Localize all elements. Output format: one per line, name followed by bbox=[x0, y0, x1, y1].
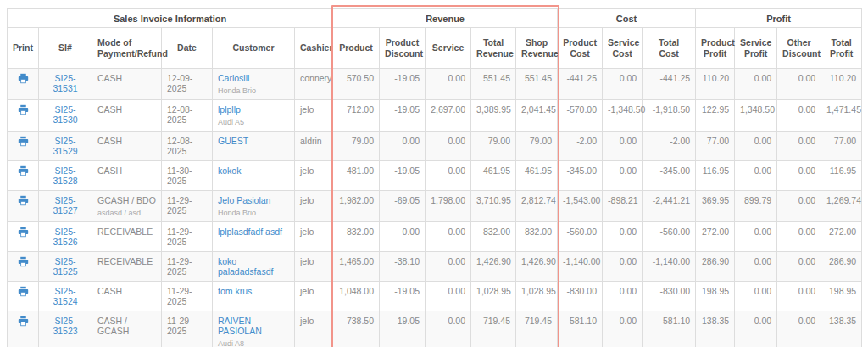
col-header-total-revenue: Total Revenue bbox=[471, 28, 516, 69]
payment-mode-cell: CASH bbox=[92, 161, 162, 191]
print-button[interactable] bbox=[18, 316, 29, 327]
invoice-number-link[interactable]: SI25-31523 bbox=[53, 316, 77, 336]
print-button[interactable] bbox=[18, 286, 29, 297]
other-discount-cell: 0.00 bbox=[777, 69, 821, 100]
payment-mode-cell: CASH bbox=[92, 282, 162, 311]
col-header-service: Service bbox=[426, 28, 471, 69]
report-page: Sales Invoice Information Revenue Cost P… bbox=[0, 0, 868, 347]
product-profit-cell: 116.95 bbox=[696, 161, 735, 191]
total-revenue-cell: 461.95 bbox=[471, 161, 516, 191]
total-cost-cell: -345.00 bbox=[643, 161, 696, 191]
group-header-row: Sales Invoice Information Revenue Cost P… bbox=[8, 9, 862, 28]
print-button[interactable] bbox=[18, 195, 29, 206]
service-cost-cell: 0.00 bbox=[603, 282, 643, 311]
col-header-product-profit: Product Profit bbox=[696, 28, 735, 69]
si-cell: SI25-31524 bbox=[39, 282, 92, 311]
product-cost-cell: -560.00 bbox=[558, 222, 603, 252]
payment-mode-cell: RECEIVABLE bbox=[92, 222, 162, 252]
customer-link[interactable]: GUEST bbox=[218, 136, 248, 146]
invoice-number-link[interactable]: SI25-31526 bbox=[53, 227, 77, 247]
cashier-cell: jelo bbox=[295, 161, 333, 191]
product-discount-cell: -19.05 bbox=[380, 282, 426, 311]
print-button[interactable] bbox=[18, 256, 29, 267]
service-cost-cell: -898.21 bbox=[603, 191, 643, 222]
date-cell: 11-29-2025 bbox=[162, 191, 213, 222]
payment-mode-cell: CASH / GCASH bbox=[92, 311, 162, 347]
customer-link[interactable]: tom krus bbox=[218, 286, 252, 296]
invoice-row: SI25-31530CASH12-08-2025lplpllpAudi A5je… bbox=[8, 100, 862, 132]
other-discount-cell: 0.00 bbox=[777, 132, 821, 161]
invoice-row: SI25-31525RECEIVABLE11-29-2025koko palad… bbox=[8, 252, 862, 282]
customer-vehicle-subtext: Honda Brio bbox=[218, 87, 289, 95]
print-button[interactable] bbox=[18, 136, 29, 147]
print-button[interactable] bbox=[18, 165, 29, 176]
invoice-number-link[interactable]: SI25-31527 bbox=[53, 195, 77, 215]
invoice-number-link[interactable]: SI25-31524 bbox=[53, 286, 77, 306]
customer-link[interactable]: lplplasdfadf asdf bbox=[218, 227, 282, 237]
payment-mode-cell: CASH bbox=[92, 69, 162, 100]
printer-icon bbox=[18, 318, 29, 328]
si-cell: SI25-31525 bbox=[39, 252, 92, 282]
product-profit-cell: 138.35 bbox=[696, 311, 735, 347]
product-profit-cell: 198.95 bbox=[696, 282, 735, 311]
product-cost-cell: -830.00 bbox=[558, 282, 603, 311]
service-cost-cell: 0.00 bbox=[603, 69, 643, 100]
product-cell: 570.50 bbox=[333, 69, 380, 100]
invoice-row: SI25-31528CASH11-30-2025kokokjelo481.00-… bbox=[8, 161, 862, 191]
si-cell: SI25-31529 bbox=[39, 132, 92, 161]
col-header-product: Product bbox=[333, 28, 380, 69]
product-cost-cell: -1,140.00 bbox=[558, 252, 603, 282]
invoice-number-link[interactable]: SI25-31528 bbox=[53, 165, 77, 186]
invoice-number-link[interactable]: SI25-31525 bbox=[53, 256, 77, 277]
print-cell bbox=[8, 311, 39, 347]
service-cost-cell: 0.00 bbox=[603, 222, 643, 252]
shop-revenue-cell: 1,426.90 bbox=[516, 252, 558, 282]
service-profit-cell: 0.00 bbox=[735, 161, 777, 191]
other-discount-cell: 0.00 bbox=[777, 282, 821, 311]
service-cell: 0.00 bbox=[426, 161, 471, 191]
customer-cell: koko paladadsfasdf bbox=[213, 252, 295, 282]
print-button[interactable] bbox=[18, 73, 29, 84]
total-cost-cell: -1,918.50 bbox=[643, 100, 696, 132]
col-header-cashier: Cashier bbox=[295, 28, 333, 69]
other-discount-cell: 0.00 bbox=[777, 191, 821, 222]
product-cell: 832.00 bbox=[333, 222, 380, 252]
printer-icon bbox=[18, 138, 29, 148]
customer-vehicle-subtext: Honda Brio bbox=[218, 209, 289, 217]
invoice-number-link[interactable]: SI25-31530 bbox=[53, 104, 77, 125]
customer-link[interactable]: kokok bbox=[218, 165, 241, 176]
total-profit-cell: 116.95 bbox=[821, 161, 862, 191]
shop-revenue-cell: 1,028.95 bbox=[516, 282, 558, 311]
cashier-cell: jelo bbox=[295, 191, 333, 222]
print-button[interactable] bbox=[18, 227, 29, 238]
customer-link[interactable]: koko paladadsfasdf bbox=[218, 256, 273, 277]
col-header-other-discount: Other Discount bbox=[777, 28, 821, 69]
date-cell: 12-08-2025 bbox=[162, 132, 213, 161]
col-header-si: SI# bbox=[39, 28, 92, 69]
invoice-row: SI25-31527GCASH / BDOasdasd / asd11-29-2… bbox=[8, 191, 862, 222]
invoice-number-link[interactable]: SI25-31531 bbox=[53, 73, 77, 93]
shop-revenue-cell: 2,041.45 bbox=[516, 100, 558, 132]
other-discount-cell: 0.00 bbox=[777, 100, 821, 132]
print-button[interactable] bbox=[18, 104, 29, 115]
product-cost-cell: -345.00 bbox=[558, 161, 603, 191]
customer-link[interactable]: lplpllp bbox=[218, 104, 241, 115]
other-discount-cell: 0.00 bbox=[777, 311, 821, 347]
shop-revenue-cell: 79.00 bbox=[516, 132, 558, 161]
customer-cell: lplpllpAudi A5 bbox=[213, 100, 295, 132]
customer-link[interactable]: RAIVEN PASIOLAN bbox=[218, 316, 262, 336]
cashier-cell: connery bbox=[295, 69, 333, 100]
printer-icon bbox=[18, 198, 29, 208]
total-revenue-cell: 719.45 bbox=[471, 311, 516, 347]
payment-mode-cell: GCASH / BDOasdasd / asd bbox=[92, 191, 162, 222]
product-cell: 79.00 bbox=[333, 132, 380, 161]
si-cell: SI25-31523 bbox=[39, 311, 92, 347]
date-cell: 11-29-2025 bbox=[162, 311, 213, 347]
sales-invoice-table: Sales Invoice Information Revenue Cost P… bbox=[7, 8, 862, 347]
customer-link[interactable]: Jelo Pasiolan bbox=[218, 195, 270, 205]
invoice-number-link[interactable]: SI25-31529 bbox=[53, 136, 77, 156]
product-profit-cell: 286.90 bbox=[696, 252, 735, 282]
col-header-service-profit: Service Profit bbox=[735, 28, 777, 69]
customer-link[interactable]: Carlosiii bbox=[218, 73, 249, 83]
si-cell: SI25-31526 bbox=[39, 222, 92, 252]
